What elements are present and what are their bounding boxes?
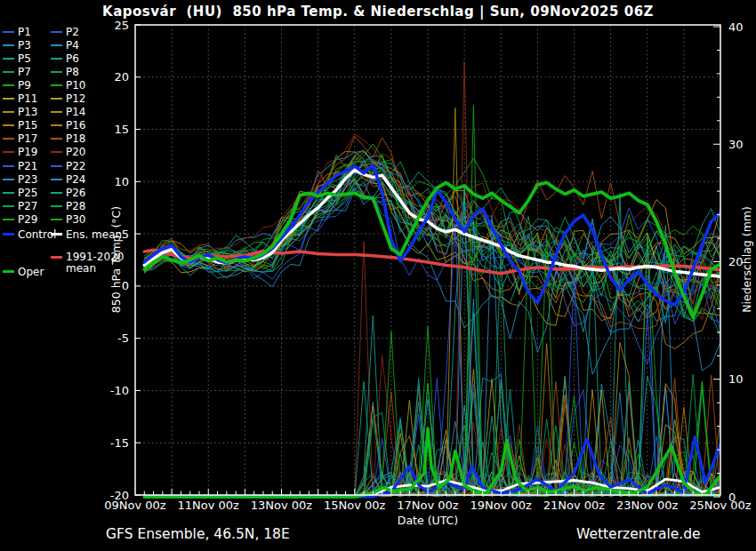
- x-tick-label: 17Nov 00z: [397, 499, 459, 512]
- member-temp-line: [144, 152, 720, 311]
- footer-model-info: GFS Ensemble, 46.5N, 18E: [106, 526, 290, 542]
- x-tick-label: 21Nov 00z: [543, 499, 606, 512]
- y-left-tick-label: -10: [110, 384, 129, 397]
- plot-area: [144, 62, 720, 497]
- x-tick-label: 23Nov 00z: [616, 499, 679, 512]
- footer-brand: Wetterzentrale.de: [576, 526, 701, 542]
- x-tick-label: 09Nov 00z: [104, 499, 166, 512]
- y-axis-label-precip: Niederschlag (mm): [740, 206, 753, 313]
- y-left-tick-label: 5: [122, 228, 129, 241]
- x-axis-label: Date (UTC): [0, 514, 756, 527]
- x-tick-label: 15Nov 00z: [324, 499, 386, 512]
- y-left-tick-label: -15: [110, 436, 129, 450]
- x-tick-label: 19Nov 00z: [470, 499, 533, 512]
- chart-stage: Kaposvár (HU) 850 hPa Temp. & Niederschl…: [0, 0, 756, 551]
- member-precip-line: [144, 248, 720, 497]
- x-tick-label: 13Nov 00z: [251, 499, 313, 512]
- y-left-tick-label: 0: [122, 279, 129, 292]
- y-left-tick-label: 15: [114, 123, 129, 136]
- x-tick-label: 11Nov 00z: [178, 499, 240, 512]
- x-tick-label: 25Nov 00z: [689, 499, 752, 512]
- y-left-tick-label: 20: [114, 70, 129, 84]
- y-right-tick-label: 30: [728, 138, 744, 151]
- y-right-tick-label: 40: [728, 20, 744, 34]
- y-left-tick-label: -5: [117, 331, 129, 345]
- y-left-tick-label: 25: [114, 19, 129, 32]
- y-left-tick-label: 10: [114, 175, 129, 188]
- member-precip-lines: [144, 62, 720, 497]
- page: { "title": "Kaposvár (HU) 850 hPa Temp. …: [0, 0, 756, 551]
- y-axis-label-temp: 850 hPa Temp. (°C): [109, 206, 123, 313]
- y-right-tick-label: 10: [728, 372, 744, 386]
